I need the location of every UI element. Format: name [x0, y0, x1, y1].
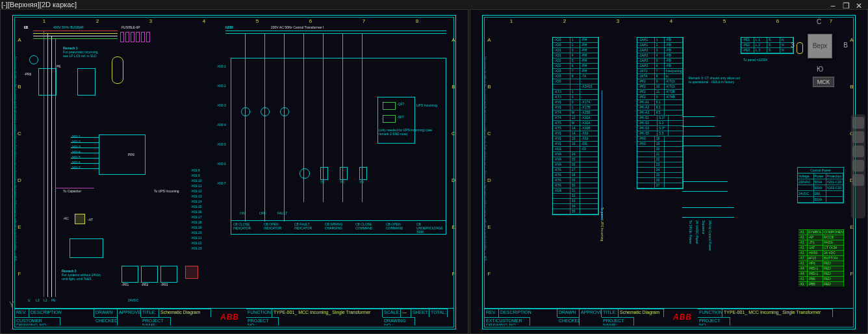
x01-term: -X01:16: [190, 210, 202, 214]
viewcube-west[interactable]: З: [791, 42, 795, 49]
terminal-row: -KVA26: [553, 162, 598, 168]
fuse-2: [125, 32, 129, 42]
grid-row: A: [849, 37, 855, 43]
terminal-row: -PK-S2S.2: [637, 121, 683, 126]
rev-row: -X1-APMCCB: [798, 235, 844, 240]
wire-pe: [33, 38, 118, 39]
ind-on: [241, 107, 250, 116]
relay-term: -X01:3: [71, 145, 81, 149]
window-controls: – ❐ ✕: [828, 1, 864, 10]
tba-wire: [602, 90, 602, 220]
yu: YU: [359, 180, 364, 184]
ctrlpwr-row: 50VAX202-C20: [798, 185, 843, 191]
ind-fault: [280, 107, 289, 116]
drawing-area-right[interactable]: -X201-PH-X202-PH-X213-PH-X214-PH-X225-PH…: [494, 25, 844, 306]
tb-checked: CHECKED: [94, 317, 118, 326]
pr3-box: [160, 266, 177, 283]
tb-prjname-r: PROJECT NAME:: [602, 317, 634, 326]
terminal-row: -KT629: [553, 178, 598, 183]
drop-l2: [47, 33, 48, 297]
grid-col: 4: [668, 18, 674, 25]
tb-title-val-r: Schematic Diagram: [619, 309, 664, 317]
tb-desc-r: DESCRIPTION: [499, 309, 557, 317]
terminal-row: 35: [553, 209, 598, 214]
copyright-strip: We reserve all rights in this document a…: [12, 57, 18, 277]
terminal-row: -KU1-03: [553, 147, 598, 152]
terminal-block-a: -X201-PH-X202-PH-X213-PH-X214-PH-X225-PH…: [552, 37, 599, 215]
viewcube-north[interactable]: С: [817, 18, 821, 25]
terminal-row: -1AH36-PB: [637, 64, 683, 69]
terminal-row: -KV12-X17B: [553, 105, 598, 110]
grid-col: 6: [307, 18, 314, 25]
zoom-icon[interactable]: [852, 146, 864, 157]
drawing-area-left[interactable]: 400V 50Hz BUSBAR L1 L2 L3 PE FUSIBLE-6P: [24, 25, 444, 306]
ctrlpwr-row: VoltagePowerProtection: [798, 173, 843, 179]
terminal-row: -X20-: [553, 79, 598, 84]
terminal-row: -KT514-X20B: [553, 126, 598, 131]
pr6-label: -PR6: [24, 72, 31, 76]
relay-term: -X01:1: [71, 135, 81, 138]
pr3-lbl: -PR3: [160, 283, 168, 287]
terminal-row: -X202-PH: [553, 43, 598, 48]
grid-row: B: [450, 84, 457, 90]
grid-row: F: [16, 271, 23, 277]
pr1-lbl: -PR1: [121, 283, 129, 287]
rev-row: -X1-1AT ANSCT OCM: [798, 245, 844, 250]
orbit-icon[interactable]: [852, 160, 864, 172]
terminal-row: -PK-S5S.5: [637, 131, 683, 136]
terminal-row: -X214-PH: [553, 53, 598, 58]
terminal-row: -PK619: [637, 142, 683, 147]
tb-scale: SCALE:: [383, 309, 401, 317]
terminal-row: -PK-S1S.1*: [637, 116, 683, 121]
revision-table: -X1SYMBOLCOMPONENT DESCR-X1-APMCCB-X1-JT…: [798, 229, 844, 287]
grid-row: A: [450, 37, 457, 43]
viewcube-south[interactable]: Ю: [817, 66, 823, 73]
tb-sheet: SHEET:: [411, 309, 429, 317]
tb-desc: DESCRIPTION: [29, 309, 94, 317]
pe-row: -PE3L.3SN: [741, 48, 793, 53]
x01-term: -X01:19: [190, 225, 202, 229]
terminal-row: -PK-S3S.3*: [637, 126, 683, 131]
viewport-left[interactable]: We reserve all rights in this document a…: [0, 9, 468, 334]
wire-l1: [33, 31, 118, 31]
x01-term: -X01:13: [190, 194, 202, 198]
terminal-row: 22: [637, 157, 683, 162]
grid-row: C: [16, 131, 23, 136]
pan-icon[interactable]: [852, 131, 864, 143]
wcs-label[interactable]: МСК: [813, 77, 834, 87]
x00-term: -X00:4: [216, 123, 226, 127]
minimize-button[interactable]: –: [828, 1, 838, 10]
ucs-y-axis-icon: Y: [9, 300, 14, 309]
ups-label: To UPS Incoming: [154, 189, 179, 193]
x00-term: -X00:7: [216, 181, 226, 185]
terminal-row: 34: [553, 204, 598, 209]
yc: YC: [320, 180, 325, 184]
viewcube-east[interactable]: В: [843, 42, 848, 49]
terminal-row: -1AH11-PB: [637, 38, 683, 43]
viewcube[interactable]: С Ю З В Верх: [793, 19, 845, 71]
view-label[interactable]: [-][Верхняя][2D каркас]: [1, 1, 77, 8]
x01-term: -X01:11: [190, 184, 202, 188]
ac-box: [75, 214, 85, 224]
tb-prjno-r: PROJECT NO.:: [698, 317, 730, 326]
grid-row: C: [450, 131, 457, 136]
showmotion-icon[interactable]: [852, 174, 864, 186]
grid-col: 7: [361, 18, 367, 25]
xfmr-title: 230V AC 50Hz Control Transformer I: [271, 25, 324, 29]
grid-row: F: [450, 271, 457, 277]
restore-button[interactable]: ❐: [841, 1, 851, 10]
grid-row: B: [849, 84, 855, 90]
cap-wire: [55, 188, 94, 188]
rev-row: -X1-HF6RED: [798, 261, 844, 266]
terminal-row: -PF211-KT3B: [637, 90, 683, 95]
x00-term: -X00:3: [216, 103, 226, 107]
ac-label: -AC: [63, 216, 69, 220]
qf7-comp: [383, 102, 396, 110]
tb-title-lbl-r: TITLE:: [602, 309, 619, 317]
fuse-4: [136, 32, 140, 42]
tb-box: [70, 238, 103, 258]
close-button[interactable]: ✕: [854, 1, 864, 10]
nav-wheel-icon[interactable]: [852, 117, 864, 129]
terminal-row: 27: [637, 183, 683, 188]
viewcube-top-face[interactable]: Верх: [808, 34, 832, 58]
